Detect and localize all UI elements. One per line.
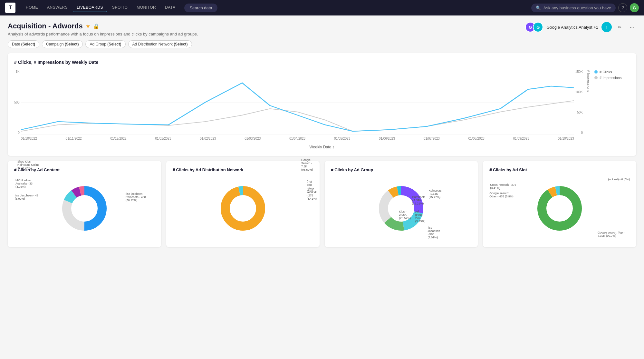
legend-impressions: # Impressions bbox=[594, 76, 630, 80]
donut-card-title-3: # Clicks by Ad Group bbox=[331, 167, 472, 172]
svg-point-8 bbox=[72, 195, 97, 221]
legend-dot-clicks bbox=[594, 70, 598, 74]
nav-home[interactable]: HOME bbox=[22, 3, 42, 12]
filter-campaign[interactable]: Campaign (Select) bbox=[42, 40, 83, 48]
donut1-label-mknordika: MK Nordika Australia - 33 (4.05%) bbox=[15, 179, 41, 188]
donut2-label-notset: (not set) - 0 (0%) bbox=[307, 180, 313, 193]
top-navigation: T HOME ANSWERS LIVEBOARDS SPOTIO MONITOR… bbox=[0, 0, 644, 15]
header-actions: G G Google Analytics Analyst +1 ↑ ✏ ⋯ bbox=[525, 22, 636, 32]
ask-question-bar[interactable]: 🔍 Ask any business question you have bbox=[531, 4, 616, 12]
donut4-label-top: Google search: Top - 7.32K (90.7%) bbox=[598, 231, 630, 237]
donut-chart-4: (not set) - 0 (0%) Cross-network - 275 (… bbox=[489, 176, 630, 241]
donut-chart-3: Ad group - 226 (3.13%) Kids - 2.06K (28.… bbox=[331, 176, 472, 241]
title-row: Acquisition - Adwords ★ 🔒 bbox=[8, 22, 198, 30]
donut-card-ad-group: # Clicks by Ad Group bbox=[325, 161, 478, 247]
analyst-label: Google Analytics Analyst +1 bbox=[546, 25, 598, 30]
donut-card-ad-distribution: # Clicks by Ad Distribution Network (not… bbox=[166, 161, 320, 247]
filter-distribution[interactable]: Ad Distribution Network (Select) bbox=[128, 40, 192, 48]
nav-answers[interactable]: ANSWERS bbox=[43, 3, 72, 12]
help-button[interactable]: ? bbox=[618, 3, 627, 12]
donut-chart-2: (not set) - 0 (0%) Cross-network - 275 (… bbox=[173, 176, 313, 241]
nav-items: HOME ANSWERS LIVEBOARDS SPOTIO MONITOR D… bbox=[22, 3, 179, 12]
filter-adgroup[interactable]: Ad Group (Select) bbox=[85, 40, 125, 48]
y-right-axis: 150K 100K 50K 0 bbox=[575, 70, 584, 135]
lock-icon: 🔒 bbox=[93, 23, 100, 29]
donut-card-title-1: # Clicks by Ad Content bbox=[14, 167, 155, 172]
user-avatar[interactable]: G bbox=[630, 3, 639, 12]
nav-spotio[interactable]: SPOTIO bbox=[108, 3, 131, 12]
page-header: Acquisition - Adwords ★ 🔒 Analysis of ad… bbox=[8, 22, 636, 36]
y-left-axis: 1K 500 0 bbox=[14, 70, 20, 135]
donut-chart-1: MK Nordika Australia - 33 (4.05%) Ilse J… bbox=[14, 176, 155, 241]
nav-monitor[interactable]: MONITOR bbox=[133, 3, 160, 12]
nav-liveboards[interactable]: LIVEBOARDS bbox=[73, 3, 107, 12]
donut3-label-ilse: Ilse Jacobsen - 506 (7.01%) bbox=[428, 226, 440, 239]
donut-cards-grid: # Clicks by Ad Content MK Nordika A bbox=[8, 161, 636, 247]
donut-card-ad-content: # Clicks by Ad Content MK Nordika A bbox=[8, 161, 161, 247]
donut4-label-notset: (not set) - 0 (0%) bbox=[608, 178, 630, 181]
donut-card-title-4: # Clicks by Ad Slot bbox=[489, 167, 630, 172]
nav-data[interactable]: DATA bbox=[161, 3, 179, 12]
search-data-button[interactable]: Search data bbox=[184, 4, 217, 12]
avatar-user2: G bbox=[533, 22, 543, 32]
logo: T bbox=[5, 3, 15, 13]
donut1-label-ilse2: Ilse Jacobsen - 49 (6.02%) bbox=[15, 194, 39, 200]
donut4-label-other: Google search: Other - 476 (5.9%) bbox=[489, 192, 515, 198]
donut2-label-crossnet: Cross-network - 275 (3.41%) bbox=[307, 187, 317, 200]
svg-point-19 bbox=[388, 195, 414, 221]
legend-dot-impressions bbox=[594, 76, 598, 79]
legend-clicks: # Clicks bbox=[594, 70, 630, 74]
chart-footer: Weekly Date ↑ bbox=[14, 144, 630, 149]
filter-date[interactable]: Date (Select) bbox=[8, 40, 39, 48]
sort-icon[interactable]: ↑ bbox=[332, 144, 335, 149]
avatar-group: G G bbox=[525, 22, 543, 32]
page-subtitle: Analysis of adwords performance with a f… bbox=[8, 32, 198, 36]
edit-button[interactable]: ✏ bbox=[615, 23, 624, 32]
page-title: Acquisition - Adwords bbox=[8, 22, 83, 30]
donut4-label-crossnet: Cross-network - 275 (3.41%) bbox=[490, 183, 519, 190]
svg-point-12 bbox=[230, 195, 256, 221]
svg-point-24 bbox=[547, 195, 572, 221]
ask-placeholder-text: Ask any business question you have bbox=[543, 5, 611, 10]
y-right-label: # Impressions bbox=[587, 70, 591, 142]
line-chart-svg bbox=[21, 70, 574, 135]
donut1-label-ilse1: Ilse jacobsen Raincoats - 408 (50.12%) bbox=[126, 192, 155, 202]
search-icon: 🔍 bbox=[536, 5, 541, 10]
line-chart-card: # Clicks, # Impressions by Weekly Date 1… bbox=[8, 53, 636, 156]
donut-card-ad-slot: # Clicks by Ad Slot (not set) - 0 (0%) C… bbox=[483, 161, 636, 247]
x-axis: 01/10/2022 01/11/2022 01/12/2022 01/01/2… bbox=[21, 135, 574, 142]
filter-bar: Date (Select) Campaign (Select) Ad Group… bbox=[8, 40, 636, 48]
donut3-label-raincoats: Raincoats - 1.14K (15.77%) bbox=[428, 189, 441, 199]
share-button[interactable]: ↑ bbox=[601, 22, 612, 32]
page-content: Acquisition - Adwords ★ 🔒 Analysis of ad… bbox=[0, 15, 644, 359]
line-chart-title: # Clicks, # Impressions by Weekly Date bbox=[14, 60, 630, 65]
favorite-icon[interactable]: ★ bbox=[85, 23, 91, 30]
more-options-button[interactable]: ⋯ bbox=[627, 23, 636, 32]
donut-card-title-2: # Clicks by Ad Distribution Network bbox=[173, 167, 313, 172]
